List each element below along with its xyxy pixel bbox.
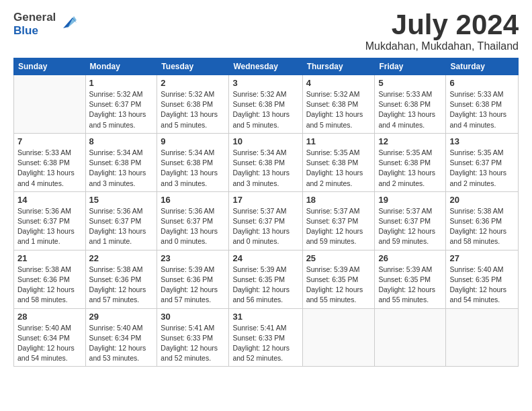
table-row: 26 Sunrise: 5:39 AMSunset: 6:35 PMDaylig…	[375, 250, 446, 308]
logo-general: General	[13, 11, 56, 24]
table-row: 6 Sunrise: 5:33 AMSunset: 6:38 PMDayligh…	[446, 75, 519, 134]
table-row: 23 Sunrise: 5:39 AMSunset: 6:36 PMDaylig…	[157, 250, 229, 308]
table-row: 24 Sunrise: 5:39 AMSunset: 6:35 PMDaylig…	[229, 250, 302, 308]
table-row: 18 Sunrise: 5:37 AMSunset: 6:37 PMDaylig…	[302, 191, 375, 250]
header-tuesday: Tuesday	[157, 58, 229, 75]
table-row	[446, 308, 519, 367]
header-wednesday: Wednesday	[229, 58, 302, 75]
header: General Blue July 2024 Mukdahan, Mukdaha…	[13, 11, 519, 52]
logo-blue: Blue	[13, 24, 38, 37]
table-row: 11 Sunrise: 5:35 AMSunset: 6:38 PMDaylig…	[302, 133, 375, 191]
table-row: 9 Sunrise: 5:34 AMSunset: 6:38 PMDayligh…	[157, 133, 229, 191]
header-monday: Monday	[85, 58, 157, 75]
table-row: 3 Sunrise: 5:32 AMSunset: 6:38 PMDayligh…	[229, 75, 302, 134]
table-row: 22 Sunrise: 5:38 AMSunset: 6:36 PMDaylig…	[85, 250, 157, 308]
header-thursday: Thursday	[302, 58, 375, 75]
table-row: 7 Sunrise: 5:33 AMSunset: 6:38 PMDayligh…	[14, 133, 86, 191]
table-row: 17 Sunrise: 5:37 AMSunset: 6:37 PMDaylig…	[229, 191, 302, 250]
location-title: Mukdahan, Mukdahan, Thailand	[365, 40, 519, 52]
table-row: 25 Sunrise: 5:39 AMSunset: 6:35 PMDaylig…	[302, 250, 375, 308]
table-row: 10 Sunrise: 5:34 AMSunset: 6:38 PMDaylig…	[229, 133, 302, 191]
table-row: 29 Sunrise: 5:40 AMSunset: 6:34 PMDaylig…	[85, 308, 157, 367]
table-row: 2 Sunrise: 5:32 AMSunset: 6:38 PMDayligh…	[157, 75, 229, 134]
title-section: July 2024 Mukdahan, Mukdahan, Thailand	[365, 11, 519, 52]
weekday-header-row: Sunday Monday Tuesday Wednesday Thursday…	[14, 58, 519, 75]
table-row: 19 Sunrise: 5:37 AMSunset: 6:37 PMDaylig…	[375, 191, 446, 250]
header-friday: Friday	[375, 58, 446, 75]
table-row: 5 Sunrise: 5:33 AMSunset: 6:38 PMDayligh…	[375, 75, 446, 134]
table-row: 8 Sunrise: 5:34 AMSunset: 6:38 PMDayligh…	[85, 133, 157, 191]
logo: General Blue	[13, 11, 78, 38]
table-row: 4 Sunrise: 5:32 AMSunset: 6:38 PMDayligh…	[302, 75, 375, 134]
logo-text: General Blue	[13, 11, 56, 38]
table-row: 1 Sunrise: 5:32 AMSunset: 6:37 PMDayligh…	[85, 75, 157, 134]
table-row: 12 Sunrise: 5:35 AMSunset: 6:38 PMDaylig…	[375, 133, 446, 191]
header-sunday: Sunday	[14, 58, 86, 75]
table-row: 31 Sunrise: 5:41 AMSunset: 6:33 PMDaylig…	[229, 308, 302, 367]
table-row: 27 Sunrise: 5:40 AMSunset: 6:35 PMDaylig…	[446, 250, 519, 308]
logo-icon	[58, 12, 78, 31]
table-row: 30 Sunrise: 5:41 AMSunset: 6:33 PMDaylig…	[157, 308, 229, 367]
table-row	[14, 75, 86, 134]
table-row: 14 Sunrise: 5:36 AMSunset: 6:37 PMDaylig…	[14, 191, 86, 250]
table-row: 20 Sunrise: 5:38 AMSunset: 6:36 PMDaylig…	[446, 191, 519, 250]
table-row: 28 Sunrise: 5:40 AMSunset: 6:34 PMDaylig…	[14, 308, 86, 367]
month-title: July 2024	[365, 11, 519, 39]
calendar-page: General Blue July 2024 Mukdahan, Mukdaha…	[0, 0, 532, 380]
header-saturday: Saturday	[446, 58, 519, 75]
table-row	[375, 308, 446, 367]
table-row: 21 Sunrise: 5:38 AMSunset: 6:36 PMDaylig…	[14, 250, 86, 308]
table-row: 13 Sunrise: 5:35 AMSunset: 6:37 PMDaylig…	[446, 133, 519, 191]
table-row: 16 Sunrise: 5:36 AMSunset: 6:37 PMDaylig…	[157, 191, 229, 250]
table-row: 15 Sunrise: 5:36 AMSunset: 6:37 PMDaylig…	[85, 191, 157, 250]
table-row	[302, 308, 375, 367]
calendar-table: Sunday Monday Tuesday Wednesday Thursday…	[13, 58, 519, 367]
